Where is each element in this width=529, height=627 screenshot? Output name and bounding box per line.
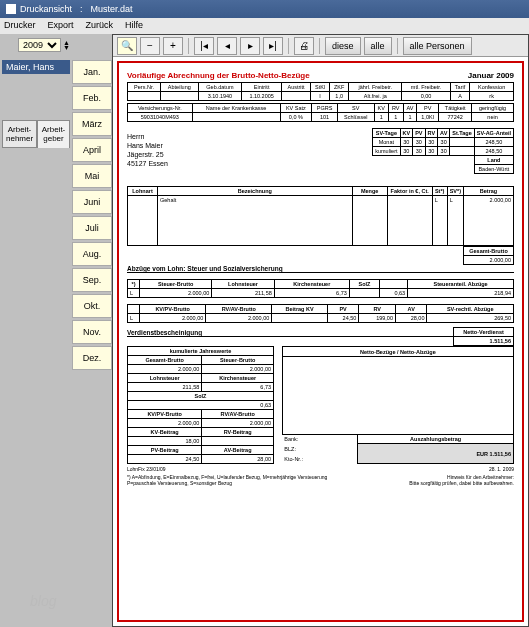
print-icon[interactable]: 🖨	[294, 37, 314, 55]
titlebar: Druckansicht : Muster.dat	[0, 0, 529, 18]
month-nov[interactable]: Nov.	[72, 320, 112, 344]
kumulierte-table: kumulierte Jahreswerte Gesamt-BruttoSteu…	[127, 346, 274, 464]
doc-title: Vorläufige Abrechnung der Brutto-Netto-B…	[127, 71, 514, 80]
doc-month: Januar 2009	[468, 71, 514, 80]
month-mar[interactable]: März	[72, 112, 112, 136]
document-area: 🔍 − + |◂ ◂ ▸ ▸| 🖨 diese alle alle Person…	[112, 34, 529, 627]
next-page-icon[interactable]: ▸	[240, 37, 260, 55]
month-list: Jan. Feb. März April Mai Juni Juli Aug. …	[72, 34, 112, 627]
year-spinner[interactable]: ▲▼	[63, 40, 70, 50]
tab-arbeitnehmer[interactable]: Arbeit- nehmer	[2, 120, 37, 148]
tab-arbeitgeber[interactable]: Arbeit- geber	[37, 120, 70, 148]
gesamt-brutto: Gesamt-Brutto 2.000,00	[463, 246, 514, 265]
preview-toolbar: 🔍 − + |◂ ◂ ▸ ▸| 🖨 diese alle alle Person…	[113, 35, 528, 57]
person-name[interactable]: Maier, Hans	[2, 60, 70, 74]
btn-diese[interactable]: diese	[325, 37, 361, 55]
month-jun[interactable]: Juni	[72, 190, 112, 214]
month-jul[interactable]: Juli	[72, 216, 112, 240]
header-table-1: Pers.Nr.AbteilungGeb.datumEintrittAustri…	[127, 82, 514, 101]
abzuege-header: Abzüge vom Lohn: Steuer und Sozialversic…	[127, 265, 514, 273]
netto-verdienst: Netto-Verdienst 1.511,56	[453, 327, 514, 346]
zoom-in-icon[interactable]: +	[163, 37, 183, 55]
tax-table-2: KV/PV-BruttoRV/AV-BruttoBeitrag KVPVRVAV…	[127, 304, 514, 323]
sv-table: SV-TageKVPVRVAVSt.TageSV-AG-Anteil Monat…	[372, 128, 514, 174]
month-dez[interactable]: Dez.	[72, 346, 112, 370]
menu-drucker[interactable]: Drucker	[4, 20, 36, 32]
window-title: Druckansicht	[20, 4, 72, 14]
menu-export[interactable]: Export	[48, 20, 74, 32]
left-panel: 2009 ▲▼ Maier, Hans Arbeit- nehmer Arbei…	[0, 34, 72, 627]
menubar: Drucker Export Zurück Hilfe	[0, 18, 529, 34]
zoom-out-icon[interactable]: −	[140, 37, 160, 55]
prev-page-icon[interactable]: ◂	[217, 37, 237, 55]
last-page-icon[interactable]: ▸|	[263, 37, 283, 55]
document-page: Januar 2009 Vorläufige Abrechnung der Br…	[117, 61, 524, 622]
year-select[interactable]: 2009	[18, 38, 61, 52]
month-okt[interactable]: Okt.	[72, 294, 112, 318]
header-table-2: Versicherungs-Nr.Name der KrankenkasseKV…	[127, 103, 514, 122]
month-aug[interactable]: Aug.	[72, 242, 112, 266]
month-feb[interactable]: Feb.	[72, 86, 112, 110]
btn-alle-personen[interactable]: alle Personen	[403, 37, 472, 55]
app-icon	[6, 4, 16, 14]
first-page-icon[interactable]: |◂	[194, 37, 214, 55]
month-mai[interactable]: Mai	[72, 164, 112, 188]
earnings-table: LohnartBezeichnungMengeFaktor in €, Ct.S…	[127, 186, 514, 246]
window-file: Muster.dat	[91, 4, 133, 14]
menu-hilfe[interactable]: Hilfe	[125, 20, 143, 32]
tax-table-1: *)Steuer-BruttoLohnsteuerKirchensteuerSo…	[127, 279, 514, 298]
zoom-icon[interactable]: 🔍	[117, 37, 137, 55]
lohnfix-stamp: LohnFix 23/01/09	[127, 466, 166, 472]
netto-bezuege-table: Netto-Bezüge / Netto-Abzüge Bank:Auszahl…	[282, 346, 514, 464]
month-apr[interactable]: April	[72, 138, 112, 162]
btn-alle[interactable]: alle	[364, 37, 392, 55]
month-jan[interactable]: Jan.	[72, 60, 112, 84]
watermark: blog	[30, 593, 56, 609]
print-date: 28. 1. 2009	[489, 466, 514, 472]
menu-zurueck[interactable]: Zurück	[86, 20, 114, 32]
month-sep[interactable]: Sep.	[72, 268, 112, 292]
